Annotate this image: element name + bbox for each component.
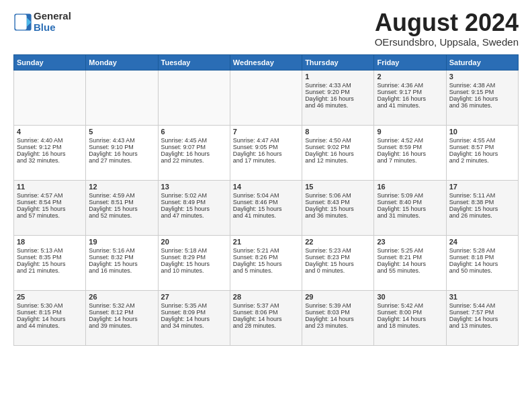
day-cell: 25Sunrise: 5:30 AMSunset: 8:15 PMDayligh… [14,291,86,346]
day-info: and 0 minutes. [305,267,371,274]
day-cell: 22Sunrise: 5:23 AMSunset: 8:23 PMDayligh… [302,236,374,291]
day-info: Sunset: 8:49 PM [161,199,227,205]
day-cell [14,71,86,126]
day-info: Daylight: 16 hours [449,95,515,102]
day-info: Daylight: 15 hours [233,261,299,267]
header-cell-friday: Friday [374,55,446,71]
week-row-0: 1Sunrise: 4:33 AMSunset: 9:20 PMDaylight… [14,71,519,126]
day-info: Sunrise: 4:47 AM [233,137,299,144]
day-info: Daylight: 16 hours [305,95,371,102]
day-info: and 28 minutes. [233,322,299,329]
day-number: 17 [449,183,515,191]
header-cell-saturday: Saturday [446,55,518,71]
day-number: 5 [89,128,154,136]
day-info: Sunset: 8:59 PM [377,144,443,150]
day-number: 28 [233,293,299,301]
day-info: Sunrise: 5:25 AM [377,247,443,254]
day-info: Sunrise: 4:36 AM [377,82,443,89]
day-cell: 4Sunrise: 4:40 AMSunset: 9:12 PMDaylight… [14,126,86,181]
day-info: and 52 minutes. [89,212,154,219]
day-info: Sunset: 8:38 PM [449,199,515,205]
day-info: and 32 minutes. [17,157,83,164]
day-info: Sunset: 8:29 PM [161,254,227,261]
day-info: Daylight: 15 hours [17,205,83,212]
logo-icon [13,13,32,32]
day-info: Daylight: 16 hours [377,95,443,102]
day-number: 24 [449,238,515,246]
day-cell: 8Sunrise: 4:50 AMSunset: 9:02 PMDaylight… [302,126,374,181]
header-cell-tuesday: Tuesday [158,55,230,71]
day-cell: 30Sunrise: 5:42 AMSunset: 8:00 PMDayligh… [374,291,446,346]
day-number: 8 [305,128,371,136]
day-cell: 5Sunrise: 4:43 AMSunset: 9:10 PMDaylight… [86,126,158,181]
day-info: Sunset: 8:23 PM [305,254,371,261]
day-info: Sunrise: 5:21 AM [233,247,299,254]
day-info: and 50 minutes. [449,267,515,274]
day-info: Sunrise: 5:39 AM [305,302,371,309]
day-number: 6 [161,128,227,136]
day-info: Sunset: 8:57 PM [449,144,515,150]
day-info: Daylight: 14 hours [89,316,154,322]
day-info: Sunset: 9:07 PM [161,144,227,150]
day-cell: 3Sunrise: 4:38 AMSunset: 9:15 PMDaylight… [446,71,518,126]
svg-rect-2 [15,14,27,29]
day-number: 19 [89,238,154,246]
header-row: SundayMondayTuesdayWednesdayThursdayFrid… [14,55,519,71]
day-info: Sunset: 8:32 PM [89,254,154,261]
day-info: and 36 minutes. [305,212,371,219]
day-info: Sunset: 8:00 PM [377,309,443,316]
day-info: Daylight: 14 hours [305,316,371,322]
day-number: 22 [305,238,371,246]
day-cell: 15Sunrise: 5:06 AMSunset: 8:43 PMDayligh… [302,181,374,236]
day-number: 1 [305,73,371,81]
day-number: 25 [17,293,83,301]
day-number: 14 [233,183,299,191]
logo-text: General Blue [34,11,71,33]
day-info: Sunrise: 5:30 AM [17,302,83,309]
calendar-table: SundayMondayTuesdayWednesdayThursdayFrid… [13,54,519,346]
day-info: and 27 minutes. [89,157,154,164]
day-info: Sunrise: 4:38 AM [449,82,515,89]
day-info: Sunset: 8:18 PM [449,254,515,261]
day-info: Sunrise: 4:43 AM [89,137,154,144]
day-info: Sunrise: 4:50 AM [305,137,371,144]
week-row-4: 25Sunrise: 5:30 AMSunset: 8:15 PMDayligh… [14,291,519,346]
day-info: Sunrise: 5:28 AM [449,247,515,254]
day-info: Sunset: 8:54 PM [17,199,83,205]
day-info: Daylight: 15 hours [305,205,371,212]
day-info: Daylight: 15 hours [233,205,299,212]
day-info: Sunset: 8:12 PM [89,309,154,316]
day-cell: 16Sunrise: 5:09 AMSunset: 8:40 PMDayligh… [374,181,446,236]
day-info: Sunrise: 5:32 AM [89,302,154,309]
day-info: Daylight: 15 hours [17,261,83,267]
day-info: Sunrise: 5:42 AM [377,302,443,309]
day-cell: 18Sunrise: 5:13 AMSunset: 8:35 PMDayligh… [14,236,86,291]
day-info: Daylight: 15 hours [89,205,154,212]
day-info: Daylight: 14 hours [161,316,227,322]
day-info: and 2 minutes. [449,157,515,164]
day-info: and 23 minutes. [305,322,371,329]
day-info: and 10 minutes. [161,267,227,274]
day-number: 4 [17,128,83,136]
day-info: Sunset: 8:03 PM [305,309,371,316]
day-cell: 19Sunrise: 5:16 AMSunset: 8:32 PMDayligh… [86,236,158,291]
day-info: Sunrise: 5:18 AM [161,247,227,254]
day-number: 30 [377,293,443,301]
day-info: Daylight: 16 hours [449,150,515,157]
day-info: Sunset: 8:26 PM [233,254,299,261]
day-number: 18 [17,238,83,246]
day-number: 11 [17,183,83,191]
day-info: Sunrise: 4:57 AM [17,192,83,199]
day-number: 31 [449,293,515,301]
day-info: Sunset: 9:10 PM [89,144,154,150]
day-cell: 14Sunrise: 5:04 AMSunset: 8:46 PMDayligh… [230,181,302,236]
day-info: Sunrise: 5:44 AM [449,302,515,309]
day-info: Sunset: 8:40 PM [377,199,443,205]
day-info: Sunrise: 5:13 AM [17,247,83,254]
day-info: Daylight: 15 hours [161,205,227,212]
day-cell: 2Sunrise: 4:36 AMSunset: 9:17 PMDaylight… [374,71,446,126]
header-cell-thursday: Thursday [302,55,374,71]
day-cell: 17Sunrise: 5:11 AMSunset: 8:38 PMDayligh… [446,181,518,236]
day-number: 15 [305,183,371,191]
day-info: and 17 minutes. [233,157,299,164]
